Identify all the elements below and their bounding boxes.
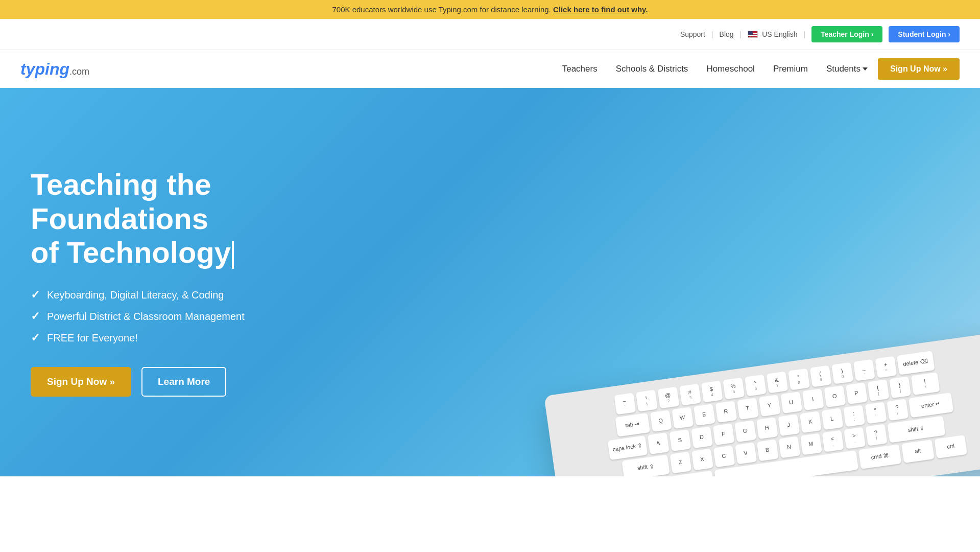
language-label: US English <box>762 30 797 38</box>
hero-title-line2: of Technology <box>31 236 231 269</box>
main-nav: typing .com Teachers Schools & Districts… <box>0 50 980 88</box>
hero-signup-button[interactable]: Sign Up Now » <box>31 367 131 397</box>
hero-learn-more-button[interactable]: Learn More <box>141 367 226 397</box>
nav-item-students[interactable]: Students <box>826 64 868 74</box>
checkmark-icon-3: ✓ <box>31 331 40 344</box>
hero-section: Teaching the Foundations of Technology ✓… <box>0 88 980 476</box>
nav-item-schools[interactable]: Schools & Districts <box>616 64 688 74</box>
hero-title: Teaching the Foundations of Technology <box>31 168 337 270</box>
logo-typing: typing <box>20 60 69 79</box>
checkmark-icon-1: ✓ <box>31 288 40 302</box>
nav-link-premium[interactable]: Premium <box>773 64 808 74</box>
nav-link-teachers[interactable]: Teachers <box>562 64 597 74</box>
hero-feature-1: ✓ Keyboarding, Digital Literacy, & Codin… <box>31 288 337 302</box>
hero-content: Teaching the Foundations of Technology ✓… <box>31 168 337 397</box>
banner-link[interactable]: Click here to find out why. <box>553 5 648 14</box>
hero-feature-3: ✓ FREE for Everyone! <box>31 331 337 344</box>
nav-signup-button[interactable]: Sign Up Now » <box>878 58 960 80</box>
hero-buttons: Sign Up Now » Learn More <box>31 367 337 397</box>
nav-item-homeschool[interactable]: Homeschool <box>706 64 755 74</box>
header-bar: Support | Blog | US English | Teacher Lo… <box>0 19 980 50</box>
keyboard-illustration: ~` !1 @2 #3 $4 %5 ^6 &7 *8 (9 )0 _- += d… <box>544 332 980 476</box>
blog-link[interactable]: Blog <box>720 30 734 38</box>
nav-item-teachers[interactable]: Teachers <box>562 64 597 74</box>
hero-features: ✓ Keyboarding, Digital Literacy, & Codin… <box>31 288 337 344</box>
us-flag-icon <box>748 31 758 38</box>
nav-link-homeschool[interactable]: Homeschool <box>706 64 755 74</box>
checkmark-icon-2: ✓ <box>31 310 40 323</box>
banner-text: 700K educators worldwide use Typing.com … <box>332 5 551 14</box>
cursor-blink <box>232 241 234 269</box>
logo[interactable]: typing .com <box>20 60 89 79</box>
logo-dotcom: .com <box>69 66 89 77</box>
nav-link-students[interactable]: Students <box>826 64 868 74</box>
nav-link-schools[interactable]: Schools & Districts <box>616 64 688 74</box>
teacher-login-button[interactable]: Teacher Login › <box>811 26 882 42</box>
chevron-down-icon <box>863 67 868 71</box>
student-login-button[interactable]: Student Login › <box>889 26 960 42</box>
nav-links: Teachers Schools & Districts Homeschool … <box>562 64 868 74</box>
language-selector[interactable]: US English <box>748 30 797 38</box>
hero-title-line1: Teaching the Foundations <box>31 168 211 235</box>
top-banner: 700K educators worldwide use Typing.com … <box>0 0 980 19</box>
hero-feature-2: ✓ Powerful District & Classroom Manageme… <box>31 310 337 323</box>
support-link[interactable]: Support <box>680 30 705 38</box>
nav-item-premium[interactable]: Premium <box>773 64 808 74</box>
